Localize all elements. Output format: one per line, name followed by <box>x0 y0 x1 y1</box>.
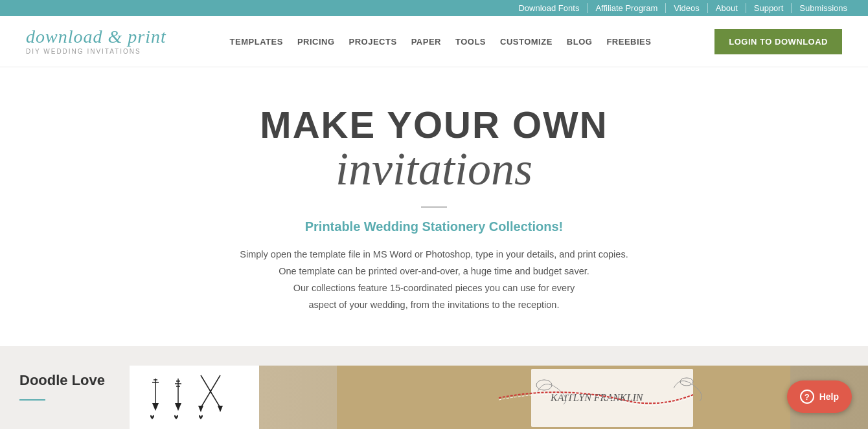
nav-freebies[interactable]: FREEBIES <box>606 37 651 47</box>
affiliate-program-link[interactable]: Affiliate Program <box>588 3 666 13</box>
hero-line1: MAKE YOUR OWN <box>13 106 855 144</box>
logo-subtitle: DIY WEDDING INVITATIONS <box>26 48 141 55</box>
collection-title: Doodle Love <box>0 366 130 395</box>
support-link[interactable]: Support <box>746 3 792 13</box>
svg-marker-11 <box>198 406 203 412</box>
download-fonts-link[interactable]: Download Fonts <box>510 3 588 13</box>
nav-tools[interactable]: TOOLS <box>455 37 486 47</box>
nav-blog[interactable]: BLOG <box>567 37 593 47</box>
hero-desc-line4: aspect of your wedding, from the invitat… <box>309 300 560 310</box>
svg-marker-5 <box>175 403 181 411</box>
submissions-link[interactable]: Submissions <box>792 3 855 13</box>
sketch-panel <box>130 366 259 429</box>
videos-link[interactable]: Videos <box>666 3 708 13</box>
svg-marker-1 <box>152 403 159 411</box>
nav-templates[interactable]: TEMPLATES <box>230 37 283 47</box>
photo-panel: KAITLYN FRANKLIN <box>259 366 868 429</box>
help-label: Help <box>819 391 839 402</box>
collection-info: Doodle Love <box>0 366 130 404</box>
hero-section: MAKE YOUR OWN invitations Printable Wedd… <box>0 67 868 346</box>
logo-area: download & print DIY WEDDING INVITATIONS <box>26 28 166 55</box>
collection-images: KAITLYN FRANKLIN <box>130 366 868 429</box>
svg-marker-12 <box>218 406 223 412</box>
help-icon: ? <box>800 390 814 404</box>
hero-line2: invitations <box>13 144 855 195</box>
top-bar: Download Fonts Affiliate Program Videos … <box>0 0 868 16</box>
svg-text:KAITLYN FRANKLIN: KAITLYN FRANKLIN <box>550 392 644 403</box>
nav-customize[interactable]: CUSTOMIZE <box>500 37 553 47</box>
nav-projects[interactable]: PROJECTS <box>349 37 397 47</box>
bottom-section: Doodle Love <box>0 346 868 429</box>
hero-subtitle: Printable Wedding Stationery Collections… <box>13 219 855 234</box>
hero-description: Simply open the template file in MS Word… <box>207 246 661 313</box>
hero-divider <box>421 206 447 208</box>
nav-pricing[interactable]: PRICING <box>297 37 335 47</box>
collection-underline <box>19 399 45 401</box>
nav-paper[interactable]: PAPER <box>411 37 441 47</box>
main-nav: TEMPLATES PRICING PROJECTS PAPER TOOLS C… <box>230 37 652 47</box>
photo-illustration: KAITLYN FRANKLIN <box>259 366 868 429</box>
hero-desc-line3: Our collections feature 15-coordinated p… <box>293 283 575 293</box>
hero-desc-line1: Simply open the template file in MS Word… <box>240 249 628 259</box>
header: download & print DIY WEDDING INVITATIONS… <box>0 16 868 67</box>
help-button[interactable]: ? Help <box>787 380 852 413</box>
doodle-illustration <box>136 372 253 424</box>
hero-desc-line2: One template can be printed over-and-ove… <box>279 266 589 276</box>
about-link[interactable]: About <box>708 3 746 13</box>
login-button[interactable]: LOGIN TO DOWNLOAD <box>714 29 842 54</box>
logo-text: download & print <box>26 28 166 46</box>
